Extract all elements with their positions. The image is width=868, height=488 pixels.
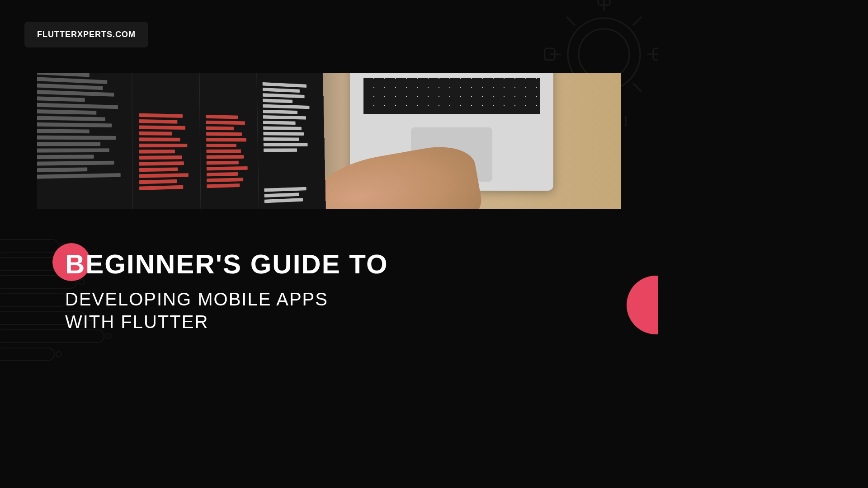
brand-text: FLUTTERXPERTS.COM [37, 30, 136, 39]
svg-point-1 [579, 29, 629, 80]
laptop-left [37, 73, 326, 209]
title-sub-line1: DEVELOPING MOBILE APPS [65, 289, 328, 309]
title-sub-line2: WITH FLUTTER [65, 312, 208, 332]
brand-badge: FLUTTERXPERTS.COM [24, 22, 148, 47]
title-main: BEGINNER'S GUIDE TO [65, 249, 388, 280]
title-sub: DEVELOPING MOBILE APPS WITH FLUTTER [65, 288, 388, 333]
title-block: BEGINNER'S GUIDE TO DEVELOPING MOBILE AP… [65, 249, 388, 333]
svg-rect-14 [0, 348, 54, 361]
svg-rect-11 [0, 294, 68, 306]
svg-point-21 [56, 352, 61, 357]
hero-image [37, 73, 621, 209]
svg-rect-8 [0, 239, 59, 252]
accent-circle-right [627, 276, 658, 334]
svg-point-20 [106, 333, 111, 339]
